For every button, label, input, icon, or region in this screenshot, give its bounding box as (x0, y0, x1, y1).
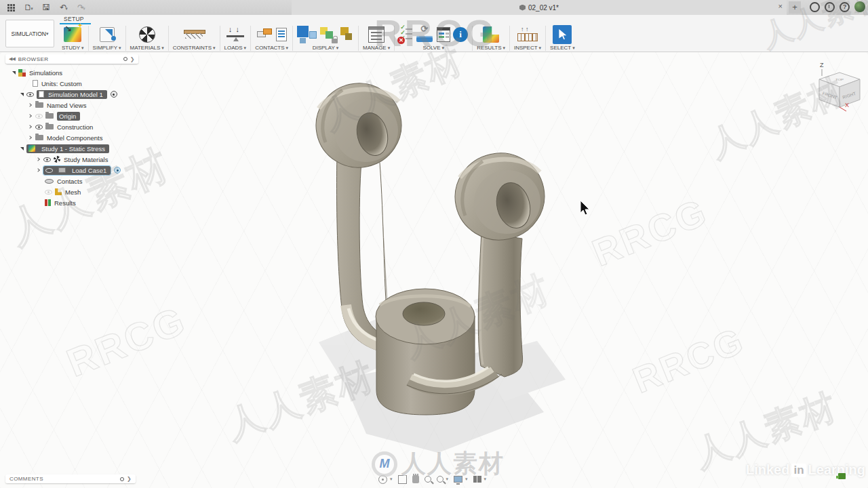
visibility-eye-icon[interactable] (45, 168, 53, 173)
panel-options-icon[interactable] (123, 57, 127, 61)
toolbar-group-constraints[interactable]: CONSTRAINTS (170, 24, 219, 52)
look-at-icon[interactable] (398, 475, 407, 484)
visibility-eye-icon[interactable] (35, 114, 43, 119)
orbit-dropdown-icon[interactable]: ▾ (390, 476, 393, 482)
select-icon[interactable] (553, 25, 572, 44)
viewcube[interactable]: Z TOP FRONT RIGHT X (819, 62, 860, 111)
comments-panel[interactable]: COMMENTS ❯ (5, 474, 136, 483)
tree-item-construction[interactable]: Construction (5, 121, 138, 132)
display-settings-icon[interactable] (454, 476, 462, 483)
zoom-icon[interactable] (425, 476, 431, 483)
comments-expand-icon[interactable]: ❯ (127, 476, 132, 482)
tree-item-load-case1[interactable]: Load Case1 (5, 165, 138, 176)
hovered-item[interactable]: Origin (57, 112, 80, 121)
toolbar-group-contacts[interactable]: CONTACTS (252, 24, 292, 52)
collapsed-icon[interactable] (28, 125, 32, 129)
activate-radio[interactable] (111, 91, 117, 98)
toolbar-group-solve[interactable]: ✕ i SOLVE (395, 24, 471, 52)
app-grid-icon[interactable] (4, 2, 18, 13)
pan-icon[interactable] (412, 475, 419, 483)
display-layout-icon[interactable] (297, 26, 317, 43)
display-dropdown-icon[interactable]: ▾ (465, 476, 468, 482)
zoom-dropdown-icon[interactable]: ▾ (446, 476, 449, 482)
collapsed-icon[interactable] (36, 157, 40, 161)
file-new-icon[interactable]: 🗋▾ (22, 2, 35, 13)
manage-icon[interactable] (368, 26, 384, 43)
results-label[interactable]: RESULTS (477, 45, 505, 52)
display-label[interactable]: DISPLAY (313, 45, 339, 52)
extensions-icon[interactable] (810, 2, 820, 12)
selected-item[interactable]: Load Case1 (43, 166, 111, 175)
toolbar-group-display[interactable]: DISPLAY (294, 24, 357, 52)
display-lock-icon[interactable] (320, 27, 336, 42)
tree-item-origin[interactable]: Origin (5, 110, 138, 121)
tree-item-model-components[interactable]: Model Components (5, 132, 138, 143)
viewports-dropdown-icon[interactable]: ▾ (484, 476, 487, 482)
visibility-eye-icon[interactable] (43, 157, 51, 162)
comments-options-icon[interactable] (120, 477, 124, 481)
tree-item-study-1[interactable]: Study 1 - Static Stress (5, 143, 138, 154)
save-icon[interactable]: 🖫 (39, 2, 53, 13)
precheck-icon[interactable]: ✕ (399, 26, 414, 43)
tree-item-named-views[interactable]: Named Views (5, 100, 138, 110)
orbit-icon[interactable] (378, 475, 387, 484)
panel-expand-icon[interactable]: ❯ (130, 56, 135, 62)
selected-item[interactable]: Simulation Model 1 (37, 90, 107, 99)
expand-icon[interactable] (20, 93, 24, 96)
toolbar-group-select[interactable]: SELECT (547, 24, 578, 52)
workspace-selector[interactable]: SIMULATION (5, 20, 54, 47)
solve-cloud-icon[interactable] (416, 27, 434, 42)
materials-label[interactable]: MATERIALS (130, 45, 164, 52)
document-tab[interactable]: 02_02 v1* × (292, 0, 787, 15)
toolbar-group-simplify[interactable]: SIMPLIFY (90, 24, 125, 52)
loads-label[interactable]: LOADS (224, 45, 247, 52)
solve-info-icon[interactable]: i (453, 27, 468, 42)
constraints-label[interactable]: CONSTRAINTS (173, 45, 216, 52)
toolbar-group-manage[interactable]: MANAGE (359, 24, 393, 52)
study-label[interactable]: STUDY (62, 45, 84, 52)
close-tab-icon[interactable]: × (778, 2, 783, 10)
redo-icon[interactable]: ↷▾ (75, 2, 88, 13)
toolbar-group-materials[interactable]: MATERIALS (127, 24, 167, 52)
tree-item-study-materials[interactable]: Study Materials (5, 154, 138, 165)
solve-label[interactable]: SOLVE (422, 45, 444, 52)
manage-label[interactable]: MANAGE (363, 45, 390, 52)
fit-zoom-icon[interactable] (437, 476, 443, 483)
collapsed-icon[interactable] (28, 114, 32, 118)
new-tab-button[interactable]: + (789, 1, 801, 14)
materials-icon[interactable] (139, 26, 155, 43)
selected-item[interactable]: Study 1 - Static Stress (26, 144, 109, 153)
active-load-case-radio[interactable] (114, 167, 121, 174)
contacts-icon[interactable] (257, 28, 273, 41)
toolbar-group-study[interactable]: STUDY (58, 24, 87, 52)
tree-item-contacts[interactable]: Contacts (5, 176, 138, 186)
visibility-eye-icon[interactable] (26, 92, 34, 97)
collapsed-icon[interactable] (28, 103, 32, 107)
collapsed-icon[interactable] (28, 136, 32, 140)
toolbar-group-inspect[interactable]: INSPECT (511, 24, 545, 52)
visibility-eye-icon[interactable] (45, 190, 52, 195)
tree-item-mesh[interactable]: Mesh (5, 186, 138, 197)
job-status-icon[interactable] (825, 2, 835, 12)
inspect-icon[interactable] (517, 33, 538, 41)
results-icon[interactable] (483, 26, 499, 43)
toolbar-group-results[interactable]: RESULTS (473, 24, 509, 52)
viewports-icon[interactable] (473, 476, 481, 483)
avatar[interactable] (854, 1, 865, 12)
expand-icon[interactable] (12, 71, 16, 75)
constraints-icon[interactable] (184, 28, 204, 41)
browser-header[interactable]: ◀◀ BROWSER ❯ (5, 54, 138, 64)
collapse-panel-icon[interactable]: ◀◀ (9, 56, 15, 62)
tree-item-units[interactable]: Units: Custom (5, 78, 138, 89)
tree-item-results[interactable]: Results (5, 197, 138, 208)
undo-icon[interactable]: ↶▾ (57, 2, 71, 13)
contacts-label[interactable]: CONTACTS (255, 45, 288, 52)
loads-icon[interactable] (226, 27, 244, 42)
toolbar-group-loads[interactable]: LOADS (221, 24, 250, 52)
simplify-icon[interactable] (100, 27, 115, 42)
expand-icon[interactable] (20, 147, 24, 150)
solve-details-icon[interactable] (437, 27, 450, 42)
inspect-label[interactable]: INSPECT (514, 45, 541, 52)
help-icon[interactable] (840, 2, 850, 12)
study-icon[interactable] (64, 27, 81, 42)
